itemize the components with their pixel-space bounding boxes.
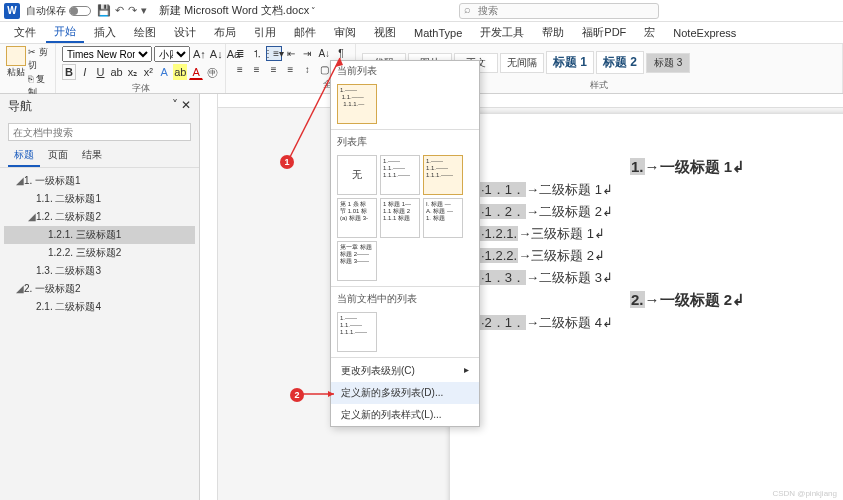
ribbon-tab-12[interactable]: 帮助	[534, 23, 572, 42]
ribbon-tab-5[interactable]: 布局	[206, 23, 244, 42]
ribbon-tab-6[interactable]: 引用	[246, 23, 284, 42]
text-effect-button[interactable]: A	[157, 64, 171, 80]
nav-tab[interactable]: 页面	[42, 145, 74, 167]
doc-line[interactable]: ·2．1．→二级标题 4↲	[480, 314, 843, 332]
ribbon-tab-15[interactable]: NoteExpress	[665, 25, 744, 41]
doc-line[interactable]: ·1．2．→二级标题 2↲	[480, 203, 843, 221]
change-list-level-item[interactable]: 更改列表级别(C)▸	[331, 360, 479, 382]
tree-item[interactable]: 1.2.1. 三级标题1	[4, 226, 195, 244]
svg-marker-3	[328, 391, 334, 397]
ribbon-tab-14[interactable]: 宏	[636, 23, 663, 42]
multilevel-list-button[interactable]: ⋮≡▾	[266, 46, 282, 61]
nav-close-icon[interactable]: ✕	[181, 98, 191, 112]
list-library-item[interactable]: 1 标题 1—1.1 标题 21.1.1 标题	[380, 198, 420, 238]
doc-line[interactable]: ·1．1．→二级标题 1↲	[480, 181, 843, 199]
document-page[interactable]: 1.→一级标题 1↲·1．1．→二级标题 1↲·1．2．→二级标题 2↲·1.2…	[450, 114, 843, 500]
font-size-select[interactable]: 小四	[154, 46, 190, 62]
redo-icon[interactable]: ↷	[128, 4, 137, 17]
ribbon-tab-2[interactable]: 插入	[86, 23, 124, 42]
tree-item[interactable]: ◢2. 一级标题2	[4, 280, 195, 298]
list-library-item[interactable]: 1.—— 1.1.—— 1.1.1.——	[423, 155, 463, 195]
define-new-multilevel-item[interactable]: 定义新的多级列表(D)...	[331, 382, 479, 404]
list-library-item[interactable]: 1.—— 1.1.—— 1.1.1.——	[380, 155, 420, 195]
tree-item[interactable]: ◢1. 一级标题1	[4, 172, 195, 190]
nav-tab[interactable]: 标题	[8, 145, 40, 167]
list-library-item[interactable]: 第一章 标题标题 2——标题 3——	[337, 241, 377, 281]
nav-search-input[interactable]	[8, 123, 191, 141]
multilevel-list-dropdown: 当前列表 1.—— 1.1.—— 1.1.1.— 列表库 无1.—— 1.1.—…	[330, 60, 480, 427]
style-item[interactable]: 标题 3	[646, 53, 690, 73]
underline-button[interactable]: U	[94, 64, 108, 80]
tree-item[interactable]: 1.1. 二级标题1	[4, 190, 195, 208]
ribbon-tab-9[interactable]: 视图	[366, 23, 404, 42]
autosave-toggle[interactable]: 自动保存	[26, 4, 91, 18]
align-left-button[interactable]: ≡	[232, 62, 248, 77]
undo-icon[interactable]: ↶	[115, 4, 124, 17]
watermark: CSDN @pinkjiang	[772, 489, 837, 498]
nav-tab[interactable]: 结果	[76, 145, 108, 167]
tree-item[interactable]: ◢1.2. 二级标题2	[4, 208, 195, 226]
list-library-item[interactable]: 第 1 条 标节 1.01 标(a) 标题 3-	[337, 198, 377, 238]
highlight-button[interactable]: ab	[173, 64, 187, 80]
bullets-button[interactable]: ≣	[232, 46, 248, 61]
ribbon-tab-1[interactable]: 开始	[46, 22, 84, 43]
heading-tree: ◢1. 一级标题11.1. 二级标题1◢1.2. 二级标题21.2.1. 三级标…	[0, 168, 199, 320]
annotation-1: 1	[280, 155, 294, 169]
quick-access-toolbar: 💾 ↶ ↷ ▾	[97, 4, 147, 17]
vertical-ruler	[200, 94, 218, 500]
font-color-button[interactable]: A	[189, 64, 203, 80]
save-icon[interactable]: 💾	[97, 4, 111, 17]
ribbon-tabs: 文件开始插入绘图设计布局引用邮件审阅视图MathType开发工具帮助福昕PDF宏…	[0, 22, 843, 44]
italic-button[interactable]: I	[78, 64, 92, 80]
font-name-select[interactable]: Times New Roman	[62, 46, 152, 62]
shrink-font-icon[interactable]: A↓	[209, 46, 224, 62]
navigation-pane: 导航 ˅ ✕ 标题页面结果 ◢1. 一级标题11.1. 二级标题1◢1.2. 二…	[0, 94, 200, 500]
cut-button[interactable]: ✂ 剪切	[28, 46, 49, 72]
dropdown-section-indoc: 当前文档中的列表	[331, 289, 479, 309]
qat-more-icon[interactable]: ▾	[141, 4, 147, 17]
doc-line[interactable]: 2.→一级标题 2↲	[630, 291, 843, 310]
doc-line[interactable]: 1.→一级标题 1↲	[630, 158, 843, 177]
bold-button[interactable]: B	[62, 64, 76, 80]
style-item[interactable]: 标题 2	[596, 51, 644, 74]
doc-line[interactable]: ·1.2.2.→三级标题 2↲	[480, 247, 843, 265]
ribbon-tab-0[interactable]: 文件	[6, 23, 44, 42]
define-new-list-style-item[interactable]: 定义新的列表样式(L)...	[331, 404, 479, 426]
svg-line-0	[288, 58, 340, 161]
subscript-button[interactable]: x₂	[126, 64, 140, 80]
nav-dropdown-icon[interactable]: ˅	[172, 98, 178, 112]
nav-title: 导航	[8, 98, 32, 115]
superscript-button[interactable]: x²	[142, 64, 156, 80]
search-box[interactable]	[459, 3, 659, 19]
tree-item[interactable]: 1.3. 二级标题3	[4, 262, 195, 280]
indoc-list-preview[interactable]: 1.—— 1.1.—— 1.1.1.——	[337, 312, 377, 352]
doc-line[interactable]: ·1．3．→二级标题 3↲	[480, 269, 843, 287]
list-library-item[interactable]: I. 标题 —A. 标题 —1. 标题	[423, 198, 463, 238]
strikethrough-button[interactable]: ab	[109, 64, 123, 80]
ribbon-tab-11[interactable]: 开发工具	[472, 23, 532, 42]
search-input[interactable]	[459, 3, 659, 19]
ribbon-tab-4[interactable]: 设计	[166, 23, 204, 42]
ribbon-tab-13[interactable]: 福昕PDF	[574, 23, 634, 42]
autosave-switch-icon[interactable]	[69, 6, 91, 16]
ribbon-tab-8[interactable]: 审阅	[326, 23, 364, 42]
phonetic-button[interactable]: ㊥	[205, 64, 219, 80]
dropdown-section-library: 列表库	[331, 132, 479, 152]
tree-item[interactable]: 2.1. 二级标题4	[4, 298, 195, 316]
ribbon-tab-3[interactable]: 绘图	[126, 23, 164, 42]
style-item[interactable]: 无间隔	[500, 53, 544, 73]
style-item[interactable]: 标题 1	[546, 51, 594, 74]
dropdown-section-current: 当前列表	[331, 61, 479, 81]
word-app-icon: W	[4, 3, 20, 19]
font-group: Times New Roman 小四 A↑ A↓ Aa B I U ab x₂ …	[56, 44, 226, 93]
ribbon-tab-10[interactable]: MathType	[406, 25, 470, 41]
title-dropdown-icon[interactable]: ˅	[311, 6, 316, 16]
align-center-button[interactable]: ≡	[249, 62, 265, 77]
grow-font-icon[interactable]: A↑	[192, 46, 207, 62]
ribbon-tab-7[interactable]: 邮件	[286, 23, 324, 42]
annotation-arrow-1	[285, 55, 345, 165]
tree-item[interactable]: 1.2.2. 三级标题2	[4, 244, 195, 262]
doc-line[interactable]: ·1.2.1.→三级标题 1↲	[480, 225, 843, 243]
paste-icon	[6, 46, 26, 66]
align-right-button[interactable]: ≡	[266, 62, 282, 77]
